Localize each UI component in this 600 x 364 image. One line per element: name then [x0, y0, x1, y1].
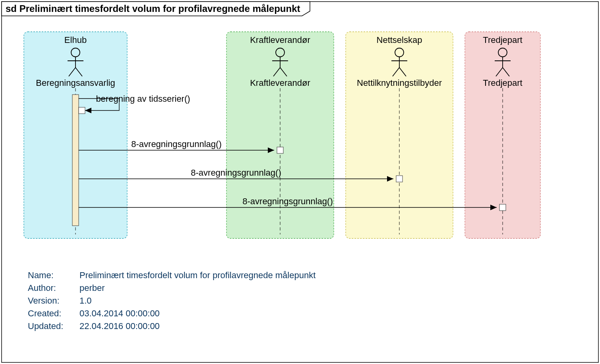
actor-label: Nettilknytningstilbyder — [357, 78, 442, 88]
sequence-diagram: sd Preliminært timesfordelt volum for pr… — [0, 0, 600, 364]
frame-title: sd Preliminært timesfordelt volum for pr… — [6, 3, 300, 14]
exec-box — [499, 204, 506, 211]
meta-version-value: 1.0 — [79, 296, 92, 306]
actor-label: Kraftleverandør — [250, 78, 310, 88]
msg-label: 8-avregningsgrunnlag() — [131, 139, 221, 149]
meta-name-label: Name: — [28, 270, 54, 280]
lane-header: Tredjepart — [483, 35, 522, 45]
meta-author-label: Author: — [28, 283, 56, 293]
meta-updated-label: Updated: — [28, 321, 63, 331]
meta-author-value: perber — [79, 283, 105, 293]
meta-created-value: 03.04.2014 00:00:00 — [79, 308, 160, 318]
lane-header: Nettselskap — [377, 35, 422, 45]
exec-box — [277, 147, 283, 153]
meta-version-label: Version: — [28, 296, 60, 306]
msg-label: beregning av tidsserier() — [96, 94, 190, 104]
actor-label: Beregningsansvarlig — [36, 78, 115, 88]
meta-created-label: Created: — [28, 308, 61, 318]
activation-bar — [72, 95, 79, 226]
lane-header: Kraftleverandør — [250, 35, 310, 45]
msg-label: 8-avregningsgrunnlag() — [242, 196, 333, 206]
meta-name-value: Preliminært timesfordelt volum for profi… — [79, 270, 315, 280]
exec-box — [79, 107, 85, 114]
msg-label: 8-avregningsgrunnlag() — [191, 168, 281, 178]
lane-header: Elhub — [64, 35, 87, 45]
metadata-block: Name: Preliminært timesfordelt volum for… — [28, 270, 315, 331]
exec-box — [396, 176, 403, 182]
meta-updated-value: 22.04.2016 00:00:00 — [79, 321, 160, 331]
actor-label: Tredjepart — [483, 78, 522, 88]
